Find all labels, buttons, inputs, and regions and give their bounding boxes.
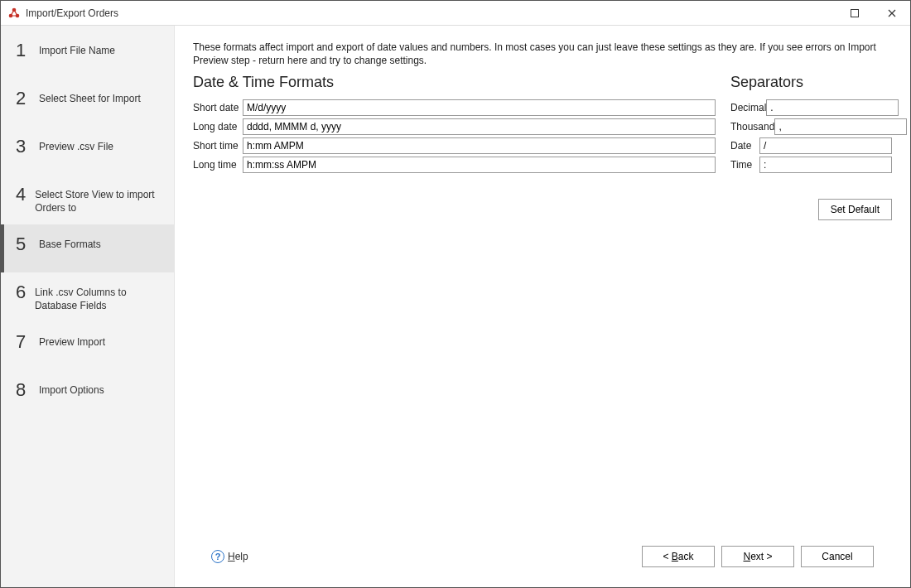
wizard-step-7[interactable]: 7 Preview Import (1, 322, 174, 370)
short-time-label: Short time (193, 140, 243, 152)
datetime-formats-section: Date & Time Formats Short date Long date… (193, 74, 716, 176)
wizard-step-6[interactable]: 6 Link .csv Columns to Database Fields (1, 272, 174, 322)
thousand-input[interactable] (774, 118, 907, 135)
long-date-row: Long date (193, 118, 716, 135)
window-title: Import/Export Orders (26, 7, 836, 19)
short-date-input[interactable] (243, 99, 716, 116)
set-default-wrap: Set Default (193, 199, 892, 220)
long-time-label: Long time (193, 159, 243, 171)
short-date-label: Short date (193, 102, 243, 113)
wizard-step-1[interactable]: 1 Import File Name (1, 31, 174, 79)
separators-section: Separators Decimal Thousand Date Ti (730, 74, 892, 176)
back-button[interactable]: < Back (642, 546, 715, 567)
long-time-input[interactable] (243, 157, 716, 173)
window-maximize-button[interactable] (836, 1, 873, 25)
datetime-formats-heading: Date & Time Formats (193, 74, 716, 91)
long-time-row: Long time (193, 157, 716, 173)
help-icon: ? (211, 550, 224, 563)
wizard-steps-sidebar: 1 Import File Name 2 Select Sheet for Im… (1, 26, 175, 587)
short-time-row: Short time (193, 137, 716, 154)
long-date-label: Long date (193, 121, 243, 133)
wizard-step-label: Link .csv Columns to Database Fields (35, 282, 166, 312)
window-close-button[interactable] (873, 1, 910, 25)
wizard-step-label: Base Formats (39, 234, 101, 251)
date-separator-label: Date (730, 140, 759, 152)
wizard-step-number: 7 (16, 332, 36, 352)
wizard-step-label: Preview Import (39, 332, 105, 349)
wizard-body: 1 Import File Name 2 Select Sheet for Im… (1, 26, 910, 587)
thousand-label: Thousand (730, 121, 774, 133)
wizard-step-number: 6 (16, 282, 31, 302)
wizard-step-2[interactable]: 2 Select Sheet for Import (1, 79, 174, 127)
date-separator-input[interactable] (759, 137, 892, 154)
import-export-wizard-window: Import/Export Orders 1 Import File Name … (0, 0, 911, 588)
decimal-row: Decimal (730, 99, 892, 116)
decimal-input[interactable] (766, 99, 899, 116)
wizard-step-label: Preview .csv File (39, 137, 113, 153)
thousand-row: Thousand (730, 118, 892, 135)
wizard-step-label: Import Options (39, 380, 104, 397)
wizard-step-number: 5 (16, 234, 36, 254)
app-icon (7, 7, 21, 20)
format-columns: Date & Time Formats Short date Long date… (193, 74, 892, 176)
wizard-step-number: 4 (16, 185, 31, 205)
wizard-step-5[interactable]: 5 Base Formats (1, 224, 174, 272)
titlebar: Import/Export Orders (1, 1, 910, 26)
wizard-step-number: 1 (16, 41, 36, 60)
date-separator-row: Date (730, 137, 892, 154)
help-label: Help (228, 551, 248, 562)
wizard-step-label: Select Store View to import Orders to (35, 185, 166, 214)
wizard-step-number: 8 (16, 380, 36, 400)
time-separator-input[interactable] (759, 157, 892, 173)
short-date-row: Short date (193, 99, 716, 116)
svg-rect-3 (851, 9, 858, 17)
content-description: These formats affect import and export o… (193, 41, 892, 67)
wizard-step-number: 3 (16, 137, 36, 157)
wizard-content: These formats affect import and export o… (175, 26, 910, 587)
next-button[interactable]: Next > (721, 546, 794, 567)
set-default-button[interactable]: Set Default (818, 199, 892, 220)
cancel-button[interactable]: Cancel (801, 546, 874, 567)
wizard-footer: ? Help < Back Next > Cancel (193, 546, 892, 579)
short-time-input[interactable] (243, 137, 716, 154)
separators-heading: Separators (730, 74, 892, 91)
long-date-input[interactable] (243, 118, 716, 135)
wizard-step-4[interactable]: 4 Select Store View to import Orders to (1, 175, 174, 224)
time-separator-label: Time (730, 159, 759, 171)
wizard-step-number: 2 (16, 89, 36, 108)
time-separator-row: Time (730, 157, 892, 173)
decimal-label: Decimal (730, 102, 766, 113)
wizard-step-label: Select Sheet for Import (39, 89, 141, 105)
wizard-step-8[interactable]: 8 Import Options (1, 370, 174, 418)
help-link[interactable]: ? Help (211, 550, 248, 563)
wizard-step-3[interactable]: 3 Preview .csv File (1, 127, 174, 175)
wizard-step-label: Import File Name (39, 41, 115, 57)
